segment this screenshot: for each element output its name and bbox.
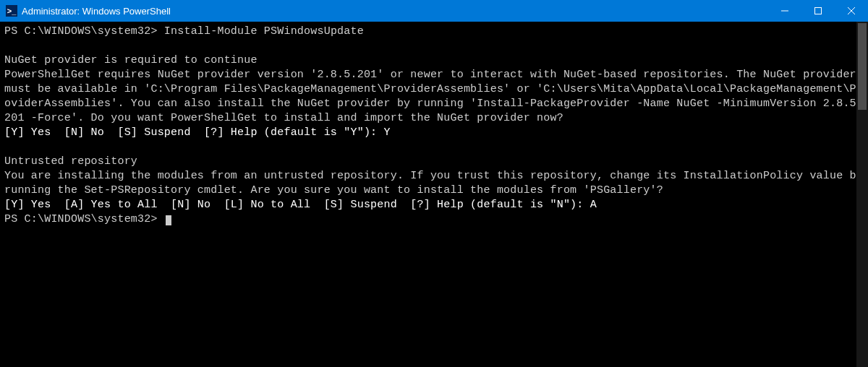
svg-rect-1 (815, 8, 822, 14)
choice-prompt-1: [Y] Yes [N] No [S] Suspend [?] Help (def… (4, 126, 391, 139)
terminal-output[interactable]: PS C:\WINDOWS\system32> Install-Module P… (0, 22, 868, 230)
vertical-scrollbar[interactable] (856, 22, 868, 367)
prompt-1: PS C:\WINDOWS\system32> (4, 25, 164, 38)
minimize-button[interactable] (768, 0, 801, 22)
scrollbar-thumb[interactable] (858, 23, 867, 110)
nuget-body: PowerShellGet requires NuGet provider ve… (4, 69, 863, 124)
window-title: Administrator: Windows PowerShell (22, 6, 768, 17)
maximize-button[interactable] (801, 0, 835, 22)
command-1: Install-Module PSWindowsUpdate (164, 25, 364, 38)
choice-prompt-2: [Y] Yes [A] Yes to All [N] No [L] No to … (4, 199, 597, 211)
window-controls (768, 0, 868, 22)
powershell-icon-glyph: >_ (7, 7, 17, 15)
nuget-heading: NuGet provider is required to continue (4, 54, 258, 66)
close-button[interactable] (835, 0, 868, 22)
untrusted-heading: Untrusted repository (4, 155, 137, 168)
untrusted-body: You are installing the modules from an u… (4, 170, 868, 197)
window-titlebar: >_ Administrator: Windows PowerShell (0, 0, 868, 22)
cursor (166, 215, 171, 225)
powershell-icon: >_ (6, 5, 17, 17)
prompt-2: PS C:\WINDOWS\system32> (4, 213, 164, 225)
